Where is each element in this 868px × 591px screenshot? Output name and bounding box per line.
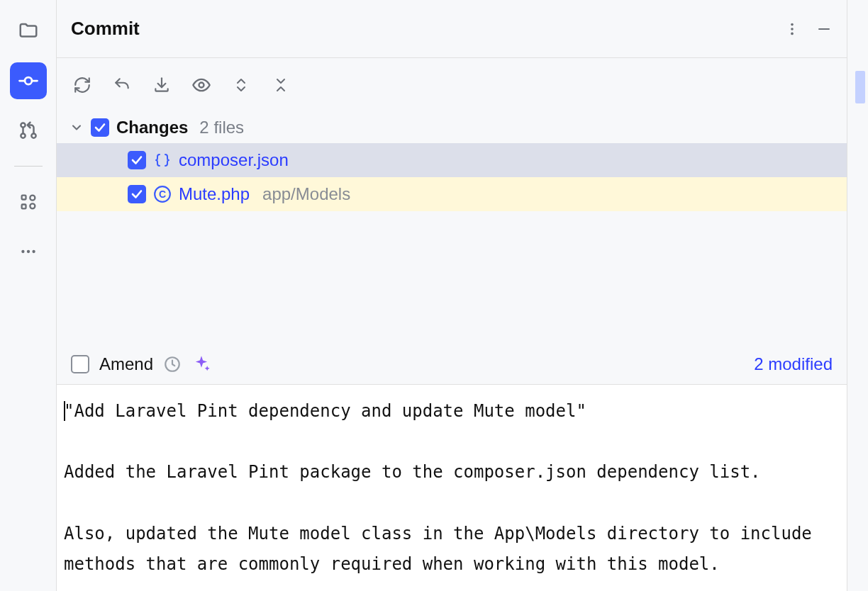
commit-message-input[interactable]: "Add Laravel Pint dependency and update … [57, 384, 847, 591]
svg-text:C: C [159, 188, 166, 200]
svg-point-0 [25, 77, 32, 84]
collapse-all-icon[interactable] [268, 72, 294, 98]
minimize-icon[interactable] [816, 21, 833, 38]
file-name: composer.json [179, 150, 289, 170]
left-rail [0, 0, 57, 591]
structure-tool-button[interactable] [10, 184, 47, 220]
file-row[interactable]: C Mute.php app/Models [57, 177, 847, 211]
svg-rect-8 [21, 205, 26, 209]
modified-link[interactable]: 2 modified [754, 354, 833, 374]
refresh-icon[interactable] [69, 72, 95, 98]
history-icon[interactable] [163, 355, 182, 373]
rail-divider [14, 166, 43, 167]
file-checkbox[interactable] [128, 185, 146, 203]
pull-requests-tool-button[interactable] [10, 112, 47, 149]
file-row[interactable]: composer.json [57, 143, 847, 177]
class-file-icon: C [153, 185, 172, 203]
svg-rect-6 [21, 196, 26, 200]
changes-label: Changes [116, 118, 188, 137]
svg-point-9 [30, 203, 35, 208]
svg-point-15 [791, 32, 794, 35]
amend-label: Amend [99, 354, 153, 374]
show-diff-icon[interactable] [189, 72, 214, 98]
options-menu-icon[interactable] [784, 21, 800, 37]
file-name: Mute.php [179, 184, 250, 204]
project-tool-button[interactable] [10, 13, 47, 50]
commit-message-text: "Add Laravel Pint dependency and update … [64, 401, 822, 574]
svg-point-13 [791, 23, 794, 26]
changes-count: 2 files [199, 118, 244, 137]
amend-bar: Amend 2 modified [57, 344, 847, 384]
amend-checkbox[interactable] [71, 355, 89, 373]
commit-tool-button[interactable] [10, 62, 47, 99]
panel-title: Commit [71, 18, 140, 40]
svg-point-7 [30, 196, 35, 201]
commit-toolbar [57, 58, 847, 112]
changes-tree: Changes 2 files composer.json C Mute.php… [57, 112, 847, 211]
svg-point-18 [199, 83, 204, 88]
chevron-down-icon[interactable] [69, 120, 84, 135]
changes-checkbox[interactable] [91, 118, 109, 137]
json-file-icon [153, 151, 172, 169]
svg-point-10 [21, 250, 24, 253]
svg-point-11 [26, 250, 29, 253]
file-checkbox[interactable] [128, 151, 146, 169]
ai-generate-icon[interactable] [191, 354, 211, 374]
svg-point-12 [32, 250, 35, 253]
commit-panel: Commit [57, 0, 847, 591]
file-path: app/Models [262, 184, 350, 204]
shelve-icon[interactable] [149, 72, 174, 98]
expand-collapse-icon[interactable] [228, 72, 254, 98]
rollback-icon[interactable] [109, 72, 135, 98]
more-tool-button[interactable] [10, 233, 47, 270]
svg-point-14 [791, 28, 794, 30]
changes-group-header[interactable]: Changes 2 files [57, 112, 847, 143]
panel-header: Commit [57, 0, 847, 58]
right-gutter [847, 0, 868, 591]
